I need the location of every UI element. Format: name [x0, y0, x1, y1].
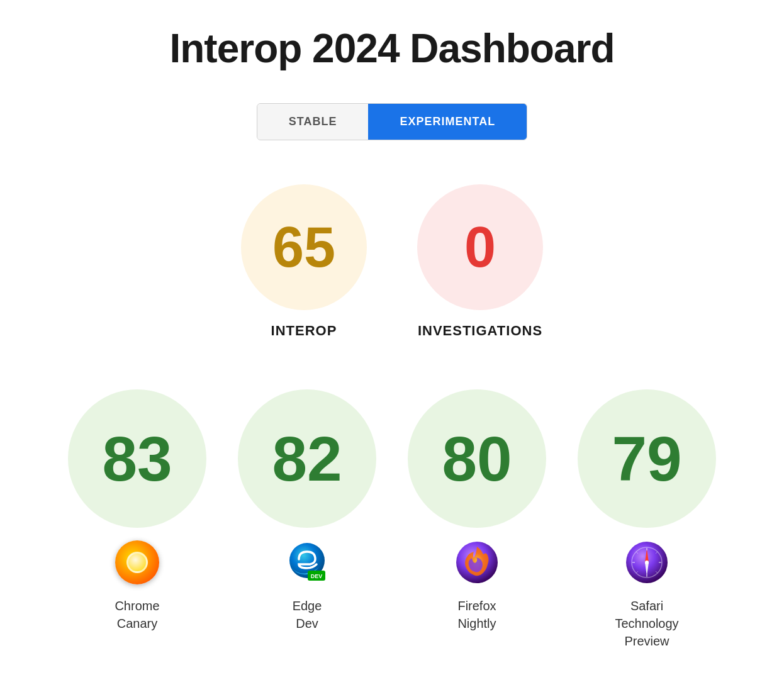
chrome-canary-score: 83 — [102, 427, 172, 490]
chrome-canary-label: ChromeCanary — [115, 597, 159, 632]
investigations-label: INVESTIGATIONS — [418, 323, 542, 339]
interop-score-value: 65 — [272, 219, 335, 276]
browser-item-safari-preview: 79 — [578, 389, 716, 650]
edge-dev-score-circle: 82 — [238, 389, 376, 528]
firefox-nightly-score: 80 — [442, 427, 512, 490]
interop-score-item: 65 INTEROP — [241, 184, 367, 339]
tab-toggle: STABLE EXPERIMENTAL — [257, 103, 527, 140]
chrome-canary-score-circle: 83 — [68, 389, 206, 528]
experimental-tab[interactable]: EXPERIMENTAL — [368, 104, 527, 140]
page-title: Interop 2024 Dashboard — [169, 25, 614, 72]
firefox-nightly-icon — [455, 540, 499, 584]
safari-preview-score-circle: 79 — [578, 389, 716, 528]
chrome-canary-icon — [115, 540, 159, 584]
svg-point-8 — [645, 561, 649, 564]
safari-preview-label: SafariTechnologyPreview — [615, 597, 678, 650]
safari-technology-preview-icon — [625, 540, 669, 584]
interop-label: INTEROP — [271, 323, 337, 339]
edge-dev-score: 82 — [272, 427, 342, 490]
browser-item-firefox-nightly: 80 FirefoxNightly — [408, 389, 546, 650]
edge-dev-icon: DEV — [285, 540, 329, 584]
stable-tab[interactable]: STABLE — [257, 104, 369, 140]
top-scores-section: 65 INTEROP 0 INVESTIGATIONS — [241, 184, 543, 339]
svg-text:DEV: DEV — [311, 573, 323, 579]
edge-dev-label: EdgeDev — [293, 597, 322, 632]
investigations-score-item: 0 INVESTIGATIONS — [417, 184, 543, 339]
safari-preview-score: 79 — [612, 427, 681, 490]
investigations-score-value: 0 — [464, 219, 496, 276]
firefox-nightly-score-circle: 80 — [408, 389, 546, 528]
firefox-nightly-label: FirefoxNightly — [457, 597, 496, 632]
browser-item-edge-dev: 82 DEV — [238, 389, 376, 650]
browsers-section: 83 ChromeCanary 82 — [68, 389, 716, 650]
browser-item-chrome-canary: 83 ChromeCanary — [68, 389, 206, 650]
investigations-circle: 0 — [417, 184, 543, 310]
interop-circle: 65 — [241, 184, 367, 310]
